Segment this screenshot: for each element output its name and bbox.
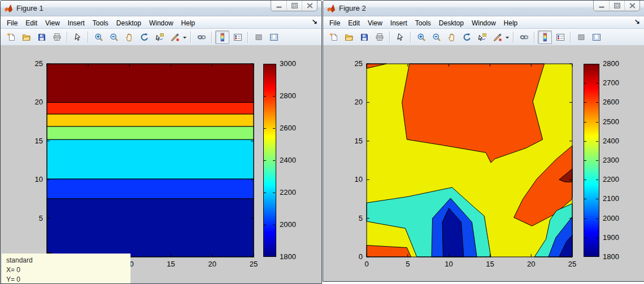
- data-cursor-button[interactable]: [475, 30, 489, 44]
- link-plot-button[interactable]: [194, 30, 208, 44]
- x-tick-label: 10: [445, 260, 452, 268]
- close-button[interactable]: [624, 1, 639, 11]
- show-plot-tools-button[interactable]: [267, 30, 281, 44]
- brush-button[interactable]: [168, 30, 182, 44]
- colorbar-tick-label: 2800: [603, 60, 619, 68]
- zoom-in-button[interactable]: [92, 30, 106, 44]
- show-plot-tools-button[interactable]: [589, 30, 603, 44]
- colorbar-tick: [584, 102, 586, 103]
- zoom-in-button[interactable]: [414, 30, 428, 44]
- colorbar-tick-label: 2100: [603, 195, 619, 203]
- restore-button[interactable]: [286, 1, 302, 11]
- hide-plot-tools-button[interactable]: [574, 30, 588, 44]
- colorbar-tick: [596, 219, 598, 219]
- menu-tools[interactable]: Tools: [89, 18, 112, 28]
- minimize-button[interactable]: [594, 1, 609, 11]
- colorbar-tick-label: 1900: [603, 234, 619, 242]
- figure1-toolbar: [1, 29, 321, 46]
- dock-figure-arrow[interactable]: ↘: [634, 18, 640, 25]
- x-tick-label: 20: [208, 260, 216, 268]
- menu-tools[interactable]: Tools: [411, 18, 435, 28]
- zoom-out-button[interactable]: [429, 30, 443, 44]
- toolbar-separator: [190, 32, 192, 43]
- menu-help[interactable]: Help: [500, 18, 522, 28]
- data-cursor-button[interactable]: [153, 30, 167, 44]
- insert-legend-button[interactable]: [553, 30, 567, 44]
- figure1-titlebar[interactable]: Figure 1: [1, 1, 321, 16]
- contour-band: [47, 64, 254, 102]
- figure1-colorbar[interactable]: 1800200022002400260028003000: [263, 64, 322, 257]
- menu-edit[interactable]: Edit: [344, 18, 364, 28]
- menu-desktop[interactable]: Desktop: [435, 18, 468, 28]
- colorbar-tick: [596, 238, 598, 238]
- colorbar-tick-label: 2200: [280, 189, 296, 196]
- print-figure-button[interactable]: [50, 30, 64, 44]
- dock-figure-arrow[interactable]: ↘: [312, 18, 317, 25]
- colorbar-tick: [584, 141, 586, 142]
- close-button[interactable]: [302, 1, 317, 11]
- colorbar-tick: [264, 128, 266, 129]
- insert-colorbar-button[interactable]: [538, 30, 552, 44]
- menu-insert[interactable]: Insert: [64, 18, 89, 28]
- figure2-toolbar: [323, 29, 644, 46]
- colorbar-tick: [596, 180, 598, 180]
- window-title: Figure 2: [339, 4, 366, 12]
- menu-help[interactable]: Help: [177, 18, 199, 28]
- colorbar-tick-label: 2600: [603, 98, 619, 106]
- brush-button[interactable]: [490, 30, 504, 44]
- edit-plot-button[interactable]: [71, 30, 85, 44]
- menu-window[interactable]: Window: [468, 18, 500, 28]
- open-file-button[interactable]: [342, 30, 356, 44]
- menu-window[interactable]: Window: [145, 18, 177, 28]
- new-figure-button[interactable]: [4, 30, 18, 44]
- insert-colorbar-button[interactable]: [215, 30, 229, 44]
- x-tick-label: 25: [568, 260, 576, 268]
- pan-button[interactable]: [122, 30, 136, 44]
- colorbar-tick: [584, 238, 586, 238]
- rotate-3d-button[interactable]: [137, 30, 151, 44]
- figure1-plot-area[interactable]: 05101520250510152025: [19, 50, 270, 271]
- save-figure-button[interactable]: [34, 30, 49, 44]
- menu-view[interactable]: View: [41, 18, 64, 28]
- open-file-button[interactable]: [19, 30, 33, 44]
- matlab-icon: [4, 4, 13, 13]
- colorbar-tick-label: 1800: [603, 253, 619, 261]
- menu-desktop[interactable]: Desktop: [112, 18, 145, 28]
- y-tick-label: 10: [35, 175, 43, 183]
- menu-insert[interactable]: Insert: [386, 18, 411, 28]
- pan-button[interactable]: [445, 30, 459, 44]
- zoom-out-button[interactable]: [107, 30, 121, 44]
- menu-file[interactable]: File: [3, 18, 21, 28]
- menu-view[interactable]: View: [364, 18, 386, 28]
- colorbar-tick: [596, 160, 598, 161]
- restore-button[interactable]: [609, 1, 624, 11]
- menu-file[interactable]: File: [325, 18, 344, 28]
- menu-edit[interactable]: Edit: [21, 18, 41, 28]
- figure2-colorbar[interactable]: 1800190020002100220023002400250026002700…: [584, 64, 644, 257]
- datatip-line-source: standard: [6, 256, 126, 265]
- y-tick-label: 15: [35, 137, 43, 145]
- datatip-box: standard X= 0 Y= 0: [2, 254, 130, 284]
- y-tick-label: 25: [355, 59, 363, 68]
- new-figure-button[interactable]: [327, 30, 341, 44]
- colorbar-tick-label: 2800: [280, 92, 296, 100]
- rotate-3d-button[interactable]: [460, 30, 474, 44]
- hide-plot-tools-button[interactable]: [251, 30, 266, 44]
- figure1-menubar: FileEditViewInsertToolsDesktopWindowHelp…: [1, 16, 321, 29]
- insert-legend-button[interactable]: [230, 30, 245, 44]
- figure2-plot-area[interactable]: 05101520250510152025: [338, 50, 590, 271]
- save-figure-button[interactable]: [357, 30, 371, 44]
- print-figure-button[interactable]: [372, 30, 386, 44]
- colorbar-tick: [596, 141, 598, 142]
- figure1-canvas: 05101520250510152025 1800200022002400260…: [1, 45, 321, 283]
- brush-dropdown-button[interactable]: [504, 30, 510, 44]
- colorbar-tick: [273, 128, 275, 129]
- figure2-titlebar[interactable]: Figure 2: [323, 1, 644, 16]
- minimize-button[interactable]: [271, 1, 286, 11]
- edit-plot-button[interactable]: [393, 30, 407, 44]
- link-plot-button[interactable]: [517, 30, 531, 44]
- colorbar-tick: [584, 180, 586, 180]
- y-tick-label: 20: [355, 98, 363, 106]
- toolbar-separator: [534, 32, 535, 43]
- brush-dropdown-button[interactable]: [181, 30, 188, 44]
